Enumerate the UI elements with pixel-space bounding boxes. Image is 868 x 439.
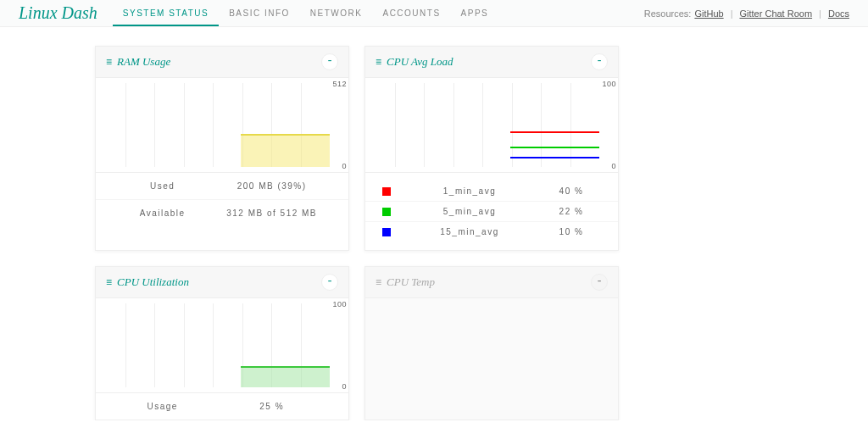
kv-val: 312 MB of 512 MB: [212, 208, 331, 218]
legend-table: 1_min_avg 40 % 5_min_avg 22 % 15_min_avg…: [365, 173, 618, 250]
separator-icon: |: [819, 8, 821, 19]
drag-handle-icon[interactable]: ≡: [106, 56, 112, 68]
drag-handle-icon[interactable]: ≡: [376, 276, 381, 288]
kv-row: Used 200 MB (39%): [96, 173, 348, 200]
module-header: ≡ RAM Usage -: [96, 47, 348, 78]
resources: Resources: GitHub | Gitter Chat Room | D…: [644, 0, 849, 26]
separator-icon: |: [731, 8, 733, 19]
module-cpu-utilization: ≡ CPU Utilization - 100 0 Usage 25 %: [95, 266, 349, 420]
module-header: ≡ CPU Utilization -: [96, 267, 348, 298]
chart-cpu-load: 100 0: [365, 78, 618, 173]
kv-key: Usage: [113, 402, 212, 411]
collapse-button[interactable]: -: [321, 274, 338, 291]
link-docs[interactable]: Docs: [828, 8, 849, 19]
nav-system-status[interactable]: SYSTEM STATUS: [113, 0, 219, 26]
module-title: CPU Utilization: [117, 275, 321, 289]
module-cpu-temp: ≡ CPU Temp -: [364, 266, 619, 420]
link-github[interactable]: GitHub: [694, 8, 723, 19]
drag-handle-icon[interactable]: ≡: [376, 56, 381, 68]
legend-label: 5_min_avg: [398, 207, 542, 216]
line-1min: [510, 131, 599, 133]
legend-value: 40 %: [542, 186, 601, 196]
ram-fill: [241, 134, 330, 167]
swatch-icon: [382, 187, 391, 196]
swatch-icon: [382, 228, 391, 236]
legend-label: 15_min_avg: [398, 227, 542, 236]
module-title: CPU Temp: [387, 275, 591, 289]
link-gitter[interactable]: Gitter Chat Room: [739, 8, 812, 19]
legend-row: 1_min_avg 40 %: [365, 181, 618, 202]
chart-ram: 512 0: [96, 78, 348, 173]
resources-prefix: Resources:: [644, 8, 692, 19]
topbar: Linux Dash SYSTEM STATUS BASIC INFO NETW…: [0, 0, 868, 27]
y-axis-max: 512: [332, 80, 347, 88]
y-axis-min: 0: [342, 382, 347, 391]
nav-network[interactable]: NETWORK: [300, 0, 373, 26]
line-5min: [510, 147, 599, 148]
kv-val: 25 %: [212, 402, 331, 411]
collapse-button[interactable]: -: [591, 53, 608, 70]
module-title: CPU Avg Load: [387, 55, 591, 69]
legend-row: 15_min_avg 10 %: [365, 222, 618, 242]
brand: Linux Dash: [19, 0, 113, 26]
collapse-button[interactable]: -: [591, 274, 608, 291]
legend-value: 10 %: [542, 227, 601, 236]
y-axis-min: 0: [342, 162, 347, 170]
kv-key: Used: [113, 181, 212, 191]
content: ≡ RAM Usage - 512 0 Used 200 MB (39%) Av…: [95, 46, 773, 420]
module-title: RAM Usage: [117, 55, 321, 69]
kv-key: Available: [113, 208, 212, 218]
cpu-util-fill: [241, 366, 330, 387]
y-axis-max: 100: [332, 300, 347, 308]
y-axis-min: 0: [611, 162, 616, 170]
kv-row: Usage 25 %: [96, 393, 348, 420]
nav-basic-info[interactable]: BASIC INFO: [219, 0, 300, 26]
module-ram-usage: ≡ RAM Usage - 512 0 Used 200 MB (39%) Av…: [95, 46, 349, 251]
collapse-button[interactable]: -: [321, 53, 338, 70]
drag-handle-icon[interactable]: ≡: [106, 276, 112, 288]
y-axis-max: 100: [602, 80, 616, 88]
module-header: ≡ CPU Temp -: [365, 267, 618, 298]
legend-label: 1_min_avg: [398, 186, 542, 196]
nav: SYSTEM STATUS BASIC INFO NETWORK ACCOUNT…: [113, 0, 498, 26]
legend-value: 22 %: [542, 207, 601, 216]
legend-row: 5_min_avg 22 %: [365, 202, 618, 222]
swatch-icon: [382, 208, 391, 216]
line-15min: [510, 157, 599, 158]
nav-apps[interactable]: APPS: [451, 0, 499, 26]
kv-val: 200 MB (39%): [212, 181, 331, 191]
chart-cpu-util: 100 0: [96, 298, 348, 393]
module-header: ≡ CPU Avg Load -: [365, 47, 618, 78]
kv-row: Available 312 MB of 512 MB: [96, 200, 348, 226]
module-cpu-avg-load: ≡ CPU Avg Load - 100 0 1_min_avg 40 %: [364, 46, 619, 251]
nav-accounts[interactable]: ACCOUNTS: [372, 0, 450, 26]
